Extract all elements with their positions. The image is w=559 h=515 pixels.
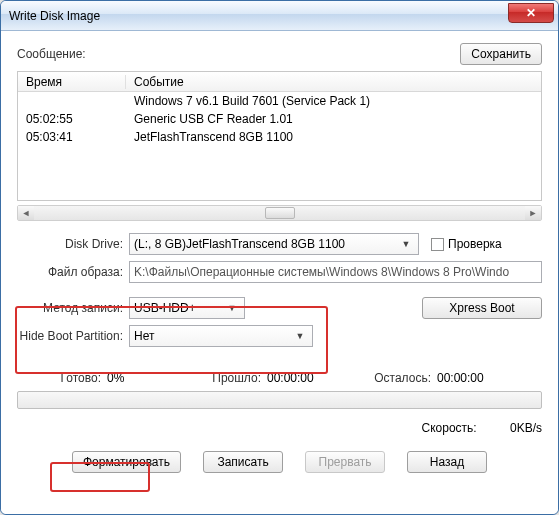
image-file-field[interactable]: K:\Файлы\Операционные системы\Windows 8\… xyxy=(129,261,542,283)
hide-boot-value: Нет xyxy=(134,329,292,343)
verify-checkbox[interactable] xyxy=(431,238,444,251)
close-button[interactable]: ✕ xyxy=(508,3,554,23)
write-disk-image-window: Write Disk Image ✕ Сообщение: Сохранить … xyxy=(0,0,559,515)
back-button[interactable]: Назад xyxy=(407,451,487,473)
titlebar: Write Disk Image ✕ xyxy=(1,1,558,31)
save-button-label: Сохранить xyxy=(471,47,531,61)
write-button[interactable]: Записать xyxy=(203,451,283,473)
log-row: 05:03:41 JetFlashTranscend 8GB 1100 xyxy=(18,128,541,146)
scroll-thumb[interactable] xyxy=(265,207,295,219)
hide-boot-combo[interactable]: Нет ▼ xyxy=(129,325,313,347)
xpress-boot-button[interactable]: Xpress Boot xyxy=(422,297,542,319)
chevron-down-icon: ▼ xyxy=(224,298,240,318)
image-file-label: Файл образа: xyxy=(17,265,129,279)
ready-label: Готово: xyxy=(17,371,107,385)
col-header-event[interactable]: Событие xyxy=(126,75,541,89)
write-method-combo[interactable]: USB-HDD+ ▼ xyxy=(129,297,245,319)
percent-value: 0% xyxy=(107,371,197,385)
log-time: 05:03:41 xyxy=(18,130,126,144)
speed-value: 0KB/s xyxy=(510,421,542,435)
close-icon: ✕ xyxy=(526,6,536,20)
verify-label: Проверка xyxy=(448,237,502,251)
chevron-down-icon: ▼ xyxy=(398,234,414,254)
log-time xyxy=(18,94,126,108)
format-button-label: Форматировать xyxy=(83,455,170,469)
log-hscrollbar[interactable]: ◄ ► xyxy=(17,205,542,221)
elapsed-value: 00:00:00 xyxy=(267,371,357,385)
log-event: Windows 7 v6.1 Build 7601 (Service Pack … xyxy=(126,94,541,108)
col-header-time[interactable]: Время xyxy=(18,75,126,89)
save-button[interactable]: Сохранить xyxy=(460,43,542,65)
disk-drive-label: Disk Drive: xyxy=(17,237,129,251)
log-event: Generic USB CF Reader 1.01 xyxy=(126,112,541,126)
format-button[interactable]: Форматировать xyxy=(72,451,181,473)
remaining-label: Осталось: xyxy=(357,371,437,385)
hide-boot-label: Hide Boot Partition: xyxy=(17,329,129,343)
disk-drive-combo[interactable]: (L:, 8 GB)JetFlashTranscend 8GB 1100 ▼ xyxy=(129,233,419,255)
write-method-value: USB-HDD+ xyxy=(134,301,224,315)
abort-button: Прервать xyxy=(305,451,385,473)
image-file-value: K:\Файлы\Операционные системы\Windows 8\… xyxy=(134,265,509,279)
remaining-value: 00:00:00 xyxy=(437,371,507,385)
xpress-boot-label: Xpress Boot xyxy=(449,301,514,315)
log-body: Windows 7 v6.1 Build 7601 (Service Pack … xyxy=(18,92,541,200)
log-row: Windows 7 v6.1 Build 7601 (Service Pack … xyxy=(18,92,541,110)
speed-label: Скорость: xyxy=(421,421,476,435)
message-label: Сообщение: xyxy=(17,47,86,61)
log-time: 05:02:55 xyxy=(18,112,126,126)
window-title: Write Disk Image xyxy=(9,9,508,23)
write-button-label: Записать xyxy=(217,455,268,469)
elapsed-label: Прошло: xyxy=(197,371,267,385)
scroll-left-icon[interactable]: ◄ xyxy=(18,206,34,220)
chevron-down-icon: ▼ xyxy=(292,326,308,346)
log-header: Время Событие xyxy=(18,72,541,92)
scroll-right-icon[interactable]: ► xyxy=(525,206,541,220)
back-button-label: Назад xyxy=(430,455,464,469)
write-method-label: Метод записи: xyxy=(17,301,129,315)
log-row: 05:02:55 Generic USB CF Reader 1.01 xyxy=(18,110,541,128)
disk-drive-value: (L:, 8 GB)JetFlashTranscend 8GB 1100 xyxy=(134,237,398,251)
progress-bar xyxy=(17,391,542,409)
message-log: Время Событие Windows 7 v6.1 Build 7601 … xyxy=(17,71,542,201)
abort-button-label: Прервать xyxy=(319,455,372,469)
log-event: JetFlashTranscend 8GB 1100 xyxy=(126,130,541,144)
